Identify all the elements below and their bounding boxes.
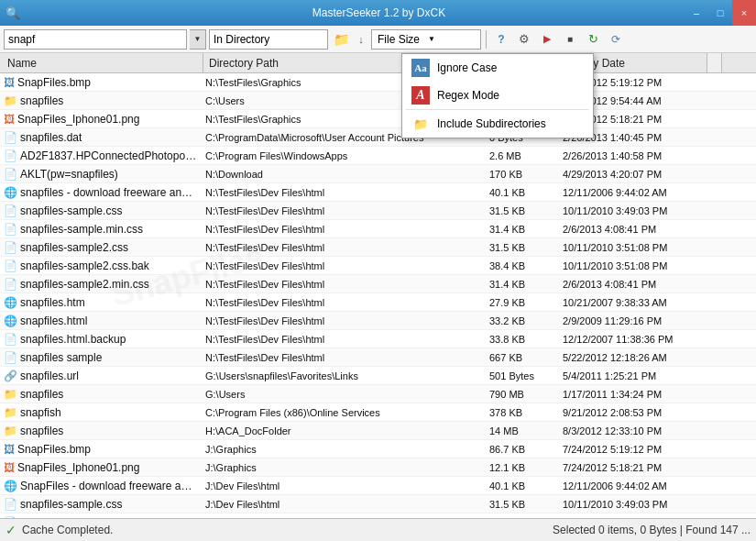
table-row[interactable]: 📄 snapfiles-sample2.css J:\Dev Files\htm… xyxy=(0,513,756,518)
table-row[interactable]: 📄 snapfiles-sample.min.css N:\TestFiles\… xyxy=(0,220,756,238)
folder-down-icon-btn[interactable]: ↓ xyxy=(354,29,368,50)
table-row[interactable]: 🖼 SnapFiles.bmp N:\TestFiles\Graphics 7/… xyxy=(0,73,756,92)
folder-icon-btn[interactable]: 📁 xyxy=(331,29,351,50)
file-name: snapfiles-sample.css xyxy=(20,204,122,217)
file-path: N:\TestFiles\Dev Files\html xyxy=(202,312,486,329)
file-name: snapfiles-sample2.css xyxy=(20,516,128,519)
file-path: N:\TestFiles\Dev Files\html xyxy=(202,257,486,274)
filter-dropdown[interactable]: File Size ▼ xyxy=(371,29,481,50)
maximize-button[interactable]: □ xyxy=(708,0,732,26)
file-date: 5/4/2011 1:25:21 PM xyxy=(559,367,706,384)
search-input[interactable] xyxy=(4,29,187,50)
cache-status-icon: ✓ xyxy=(5,523,16,537)
file-path: J:\Dev Files\html xyxy=(202,477,486,494)
stop-icon-btn[interactable]: ■ xyxy=(560,29,580,50)
file-path: N:\TestFiles\Dev Files\html xyxy=(202,330,486,348)
file-size: 790 MB xyxy=(486,385,559,403)
file-type-icon: 📄 xyxy=(4,498,17,511)
file-date: 10/21/2007 9:38:33 AM xyxy=(559,293,706,311)
file-list[interactable]: 🖼 SnapFiles.bmp N:\TestFiles\Graphics 7/… xyxy=(0,73,756,518)
table-row[interactable]: 📄 snapfiles-sample2.css N:\TestFiles\Dev… xyxy=(0,238,756,257)
file-size: 33.2 KB xyxy=(486,312,559,329)
table-row[interactable]: 🖼 SnapFiles.bmp J:\Graphics 86.7 KB 7/24… xyxy=(0,440,756,458)
file-name: snapfiles-sample.min.css xyxy=(20,223,143,236)
file-name: snapfiles.html.backup xyxy=(20,333,126,346)
file-name: snapfiles - download freeware and sharew… xyxy=(20,186,198,199)
file-name: snapfiles-sample.css xyxy=(20,498,122,511)
play-icon-btn[interactable]: ▶ xyxy=(537,29,557,50)
table-row[interactable]: 📄 snapfiles-sample2.min.css N:\TestFiles… xyxy=(0,275,756,293)
table-row[interactable]: 📄 snapfiles.html.backup N:\TestFiles\Dev… xyxy=(0,330,756,348)
menu-item-include-subdirs[interactable]: 📁 Include Subdirectories xyxy=(402,110,593,138)
table-row[interactable]: 🖼 SnapFiles_Iphone01.png N:\TestFiles\Gr… xyxy=(0,110,756,128)
file-type-icon: 📄 xyxy=(4,131,17,144)
file-type-icon: 🖼 xyxy=(4,113,15,126)
file-date: 10/11/2010 3:51:08 PM xyxy=(559,513,706,518)
file-date: 2/9/2009 11:29:16 PM xyxy=(559,312,706,329)
file-name: snapfish xyxy=(20,406,61,419)
file-path: N:\TestFiles\Dev Files\html xyxy=(202,293,486,311)
col-header-scroll xyxy=(707,53,722,72)
table-row[interactable]: 🌐 snapfiles - download freeware and shar… xyxy=(0,183,756,202)
menu-item-regex-mode[interactable]: A Regex Mode xyxy=(402,82,593,109)
file-size: 378 KB xyxy=(486,403,559,421)
file-date: 12/12/2007 11:38:36 PM xyxy=(559,330,706,348)
table-row[interactable]: 📁 snapfiles H:\ACA_DocFolder 14 MB 8/3/2… xyxy=(0,422,756,440)
table-row[interactable]: 🔗 snapfiles.url G:\Users\snapfiles\Favor… xyxy=(0,367,756,385)
file-path: C:\Program Files (x86)\Online Services xyxy=(202,403,486,421)
file-path: N:\TestFiles\Dev Files\html xyxy=(202,348,486,366)
table-row[interactable]: 📁 snapfiles G:\Users 790 MB 1/17/2011 1:… xyxy=(0,385,756,403)
file-path: G:\Users\snapfiles\Favorites\Links xyxy=(202,367,486,384)
file-name: SnapFiles.bmp xyxy=(17,76,91,89)
file-type-icon: 📁 xyxy=(4,388,17,401)
table-row[interactable]: 📄 snapfiles-sample.css J:\Dev Files\html… xyxy=(0,495,756,513)
file-type-icon: 🌐 xyxy=(4,315,17,327)
config-icon-btn[interactable]: ⚙ xyxy=(514,29,534,50)
table-row[interactable]: 🌐 snapfiles.html N:\TestFiles\Dev Files\… xyxy=(0,312,756,330)
file-path: N:\TestFiles\Dev Files\html xyxy=(202,238,486,256)
file-type-icon: 📄 xyxy=(4,259,17,272)
table-row[interactable]: 📄 snapfiles-sample.css N:\TestFiles\Dev … xyxy=(0,202,756,220)
file-size: 170 KB xyxy=(486,165,559,182)
col-header-name[interactable]: Name xyxy=(2,53,203,72)
table-row[interactable]: 📁 snapfiles C:\Users 9/29/2012 9:54:44 A… xyxy=(0,92,756,110)
file-name: snapfiles.url xyxy=(20,370,79,382)
table-row[interactable]: 🌐 snapfiles.htm N:\TestFiles\Dev Files\h… xyxy=(0,293,756,312)
file-name: snapfiles xyxy=(20,425,63,437)
file-date: 12/11/2006 9:44:02 AM xyxy=(559,183,706,201)
file-type-icon: 🔗 xyxy=(4,370,17,382)
found-info: Found 147 ... xyxy=(685,524,751,536)
file-path: N:\TestFiles\Dev Files\html xyxy=(202,183,486,201)
file-date: 7/24/2012 5:19:12 PM xyxy=(559,440,706,458)
refresh-icon-btn[interactable]: ↻ xyxy=(583,29,603,50)
file-name: snapfiles xyxy=(20,94,63,107)
search-dropdown-arrow[interactable]: ▼ xyxy=(190,29,206,50)
dropdown-menu: Aa Ignore Case A Regex Mode 📁 Include Su… xyxy=(401,53,594,138)
location-input[interactable] xyxy=(209,29,328,50)
selected-info: Selected 0 items, 0 Bytes xyxy=(553,524,676,536)
table-row[interactable]: 📄 snapfiles.dat C:\ProgramData\Microsoft… xyxy=(0,128,756,147)
file-type-icon: 📄 xyxy=(4,516,17,519)
file-path: N:\Download xyxy=(202,165,486,182)
table-row[interactable]: 📁 snapfish C:\Program Files (x86)\Online… xyxy=(0,403,756,422)
sync-icon-btn[interactable]: ⟳ xyxy=(606,29,626,50)
minimize-button[interactable]: – xyxy=(685,0,708,26)
file-date: 9/21/2012 2:08:53 PM xyxy=(559,403,706,421)
table-row[interactable]: 📄 snapfiles sample N:\TestFiles\Dev File… xyxy=(0,348,756,367)
table-row[interactable]: 📄 AKLT(pw=snapfiles) N:\Download 170 KB … xyxy=(0,165,756,183)
title-bar: 🔍 MasterSeeker 1.2 by DxCK – □ × xyxy=(0,0,756,26)
help-icon-btn[interactable]: ? xyxy=(491,29,511,50)
table-row[interactable]: 📄 AD2F1837.HPConnectedPhotopoweredBySn..… xyxy=(0,147,756,165)
ignore-case-label: Ignore Case xyxy=(437,61,497,74)
file-name: SnapFiles.bmp xyxy=(17,443,91,456)
table-row[interactable]: 🖼 SnapFiles_Iphone01.png J:\Graphics 12.… xyxy=(0,458,756,477)
file-type-icon: 📁 xyxy=(4,425,17,437)
close-button[interactable]: × xyxy=(732,0,756,26)
table-row[interactable]: 🌐 SnapFiles - download freeware and shar… xyxy=(0,477,756,495)
file-path: N:\TestFiles\Dev Files\html xyxy=(202,202,486,219)
status-right: Selected 0 items, 0 Bytes | Found 147 ..… xyxy=(553,524,751,536)
menu-item-ignore-case[interactable]: Aa Ignore Case xyxy=(402,54,593,82)
table-row[interactable]: 📄 snapfiles-sample2.css.bak N:\TestFiles… xyxy=(0,257,756,275)
file-name: AKLT(pw=snapfiles) xyxy=(20,168,118,181)
ignore-case-icon: Aa xyxy=(411,59,430,77)
